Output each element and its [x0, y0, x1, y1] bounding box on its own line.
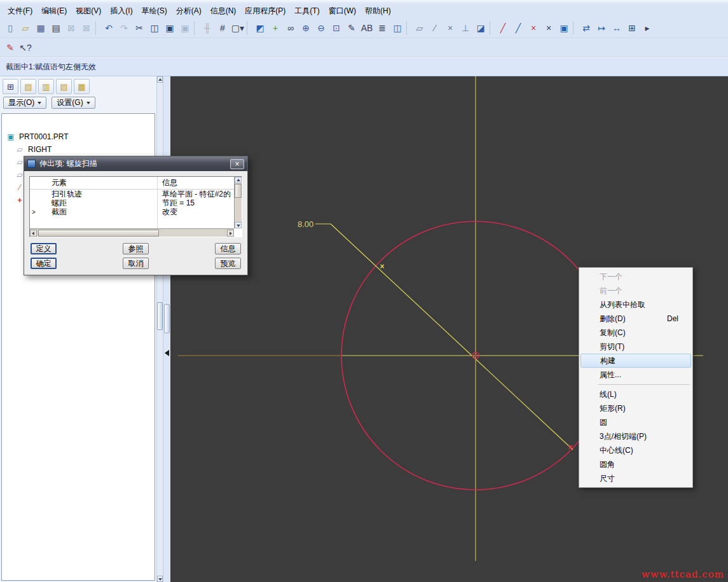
context-menu-item[interactable]: 矩形(R) [579, 401, 692, 415]
context-menu-item[interactable]: 圆角 [579, 457, 692, 471]
show-dropdown-button[interactable]: 显示(O) [3, 97, 46, 109]
ok-button[interactable]: 确定 [31, 258, 57, 269]
select-filter-icon[interactable]: ▢▾ [230, 20, 245, 36]
grid-icon[interactable]: ⊞ [624, 20, 640, 36]
context-menu-item[interactable]: 剪切(T) [579, 340, 692, 354]
datum-point-toggle-icon[interactable]: × [443, 20, 458, 36]
datum-plane-toggle-icon[interactable]: ▱ [412, 20, 427, 36]
scroll-right-arrow-icon[interactable] [227, 230, 234, 237]
centerline-tool-icon[interactable]: ╱ [511, 20, 526, 36]
context-help-icon[interactable]: ↖? [18, 40, 33, 55]
context-menu-item[interactable]: 构建 [580, 354, 691, 368]
scroll-up-arrow-icon[interactable] [235, 177, 242, 183]
menu-item[interactable]: 视图(V) [71, 4, 106, 18]
menu-item[interactable]: 信息(N) [206, 4, 241, 18]
save-icon[interactable]: ▦ [33, 20, 48, 36]
toolbar-overflow-icon[interactable]: ▸ [640, 20, 655, 36]
sketch-setup-icon[interactable]: ◩ [252, 20, 268, 36]
rename-icon[interactable]: AB [359, 20, 374, 36]
context-menu-item[interactable]: 中心线(C) [579, 443, 692, 457]
menu-item[interactable]: 草绘(S) [137, 4, 172, 18]
menu-item[interactable]: 帮助(H) [361, 4, 395, 18]
tree-columns-icon[interactable]: ▦ [74, 79, 90, 94]
snap-point-icon[interactable]: + [268, 20, 283, 36]
menu-item[interactable]: 工具(T) [290, 4, 324, 18]
context-menu-item[interactable]: 从列表中拾取 [579, 298, 692, 312]
settings-dropdown-button[interactable]: 设置(G) [52, 97, 95, 109]
menu-item[interactable]: 窗口(W) [324, 4, 361, 18]
csys-toggle-icon[interactable]: ⊥ [458, 20, 473, 36]
scrollbar-thumb[interactable] [235, 184, 242, 198]
regenerate-icon[interactable]: ╫ [200, 20, 215, 36]
undo-icon[interactable]: ↶ [101, 20, 116, 36]
fit-width-icon[interactable]: ↦ [594, 20, 609, 36]
define-button[interactable]: 定义 [31, 243, 57, 254]
context-menu-item[interactable]: 属性... [579, 368, 692, 382]
repaint-icon[interactable]: ✎ [344, 20, 359, 36]
table-vertical-scrollbar[interactable] [234, 177, 242, 228]
dimension-tool-icon[interactable]: ↔ [609, 20, 624, 36]
view-manager-icon[interactable]: ◫ [390, 20, 405, 36]
datum-axis-toggle-icon[interactable]: ⁄ [427, 20, 443, 36]
new-file-icon[interactable]: ▯ [3, 20, 18, 36]
point-tool-icon[interactable]: × [526, 20, 541, 36]
menu-item[interactable]: 应用程序(P) [240, 4, 290, 18]
tree-scrollbar[interactable] [156, 76, 163, 582]
cut-icon[interactable]: ✂ [132, 20, 147, 36]
tree-root-item[interactable]: ▣ PRT0001.PRT [2, 130, 155, 143]
menu-item[interactable]: 编辑(E) [37, 4, 71, 18]
switch-dimensions-icon[interactable]: # [215, 20, 230, 36]
dialog-titlebar[interactable]: 伸出项: 螺旋扫描 × [24, 156, 247, 171]
panel-splitter[interactable] [163, 76, 170, 582]
close-icon[interactable]: × [230, 159, 244, 169]
scroll-down-arrow-icon[interactable] [235, 222, 242, 228]
sketch-diagonal-line[interactable] [331, 224, 573, 450]
scroll-left-arrow-icon[interactable] [30, 230, 37, 237]
refit-icon[interactable]: ⊡ [329, 20, 344, 36]
tree-filters-icon[interactable]: ▤ [56, 79, 72, 94]
zoom-in-icon[interactable]: ⊕ [298, 20, 313, 36]
context-menu-item[interactable]: 3点/相切端(P) [579, 429, 692, 443]
context-menu-item[interactable]: 前一个 [579, 284, 692, 298]
sketcher-tool-icon[interactable]: ✎ [3, 40, 18, 55]
line-tool-icon[interactable]: ╱ [495, 20, 511, 36]
open-icon[interactable]: ▱ [18, 20, 33, 36]
paste-special-icon[interactable]: ▣ [177, 20, 193, 36]
splitter-handle[interactable] [164, 304, 170, 333]
context-menu-item[interactable]: 下一个 [579, 270, 692, 284]
scrollbar-thumb[interactable] [38, 230, 159, 237]
context-menu-item[interactable]: 尺寸 [579, 471, 692, 485]
paste-icon[interactable]: ▣ [162, 20, 177, 36]
tree-item[interactable]: ▱ RIGHT [2, 143, 155, 156]
print-icon[interactable]: ▤ [48, 20, 64, 36]
delete-old-versions-icon[interactable]: ⊠ [79, 20, 94, 36]
dimension-label[interactable]: 8.00 [298, 219, 313, 229]
context-menu-item[interactable]: 删除(D) Del [579, 312, 692, 326]
model-tree-icon[interactable]: ⊞ [3, 79, 18, 94]
cancel-button[interactable]: 取消 [123, 258, 149, 269]
show-list-icon[interactable]: ▤ [20, 79, 36, 94]
use-edge-icon[interactable]: ▣ [556, 20, 572, 36]
menu-item[interactable]: 分析(A) [172, 4, 206, 18]
zoom-out-icon[interactable]: ⊖ [313, 20, 329, 36]
table-horizontal-scrollbar[interactable] [30, 228, 234, 237]
layer-tree-icon[interactable]: ▥ [38, 79, 54, 94]
coordinate-point-icon[interactable]: × [541, 20, 556, 36]
redo-icon[interactable]: ↷ [116, 20, 132, 36]
reference-button[interactable]: 参照 [123, 243, 149, 254]
menu-item[interactable]: 文件(F) [3, 4, 37, 18]
context-menu-item[interactable]: 圆 [579, 415, 692, 429]
scroll-down-arrow-icon[interactable] [157, 576, 163, 582]
scrollbar-thumb[interactable] [157, 302, 163, 330]
preview-button[interactable]: 预览 [215, 258, 241, 269]
erase-display-icon[interactable]: ⊠ [64, 20, 79, 36]
context-menu-item[interactable]: 复制(C) [579, 326, 692, 340]
collapse-panel-arrow-icon[interactable] [165, 350, 169, 356]
layers-icon[interactable]: ≣ [374, 20, 390, 36]
copy-icon[interactable]: ◫ [147, 20, 162, 36]
context-menu-item[interactable]: 线(L) [579, 387, 692, 401]
context-menu-item[interactable] [598, 384, 690, 385]
scroll-up-arrow-icon[interactable] [157, 76, 163, 83]
info-button[interactable]: 信息 [215, 243, 241, 254]
element-row[interactable]: > 截面 改变 [30, 207, 242, 216]
